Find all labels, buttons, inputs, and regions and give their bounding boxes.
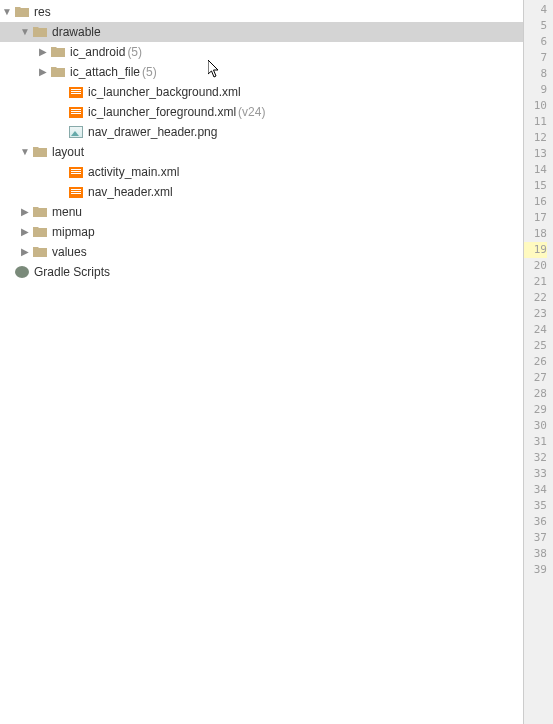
xml-file-icon <box>68 184 84 200</box>
tree-label: nav_header.xml <box>88 182 173 202</box>
gutter-line: 11 <box>524 114 547 130</box>
gutter-line: 37 <box>524 530 547 546</box>
gutter-line: 21 <box>524 274 547 290</box>
gutter-line: 24 <box>524 322 547 338</box>
gutter-line: 5 <box>524 18 547 34</box>
folder-icon <box>32 24 48 40</box>
xml-file-icon <box>68 164 84 180</box>
tree-label: ic_attach_file <box>70 62 140 82</box>
tree-label: activity_main.xml <box>88 162 179 182</box>
tree-row-drawable[interactable]: ▼ drawable <box>0 22 523 42</box>
expand-arrow[interactable]: ▶ <box>36 62 50 82</box>
tree-row-ic-android[interactable]: ▶ ic_android (5) <box>0 42 523 62</box>
gutter-line: 30 <box>524 418 547 434</box>
tree-row-res[interactable]: ▼ res <box>0 2 523 22</box>
gutter-line: 19 <box>524 242 547 258</box>
expand-arrow[interactable]: ▼ <box>18 142 32 162</box>
qualifier-label: (v24) <box>238 102 265 122</box>
gutter-line: 14 <box>524 162 547 178</box>
tree-row-ic-attach-file[interactable]: ▶ ic_attach_file (5) <box>0 62 523 82</box>
gutter-line: 27 <box>524 370 547 386</box>
gutter-line: 25 <box>524 338 547 354</box>
tree-label: drawable <box>52 22 101 42</box>
tree-row-layout[interactable]: ▼ layout <box>0 142 523 162</box>
gutter-line: 13 <box>524 146 547 162</box>
editor-gutter: 4567891011121314151617181920212223242526… <box>523 0 553 724</box>
expand-arrow[interactable]: ▼ <box>18 22 32 42</box>
image-file-icon <box>68 124 84 140</box>
gutter-line: 22 <box>524 290 547 306</box>
gutter-line: 31 <box>524 434 547 450</box>
gutter-line: 33 <box>524 466 547 482</box>
xml-file-icon <box>68 84 84 100</box>
gutter-line: 34 <box>524 482 547 498</box>
tree-label: Gradle Scripts <box>34 262 110 282</box>
tree-row-mipmap[interactable]: ▶ mipmap <box>0 222 523 242</box>
tree-row-values[interactable]: ▶ values <box>0 242 523 262</box>
tree-label: layout <box>52 142 84 162</box>
expand-arrow[interactable]: ▼ <box>0 2 14 22</box>
item-count: (5) <box>127 42 142 62</box>
gutter-line: 15 <box>524 178 547 194</box>
gutter-line: 9 <box>524 82 547 98</box>
tree-label: mipmap <box>52 222 95 242</box>
tree-label: ic_launcher_foreground.xml <box>88 102 236 122</box>
tree-row-menu[interactable]: ▶ menu <box>0 202 523 222</box>
gutter-line: 36 <box>524 514 547 530</box>
tree-row-gradle[interactable]: ▶ Gradle Scripts <box>0 262 523 282</box>
folder-icon <box>50 44 66 60</box>
folder-icon <box>32 244 48 260</box>
folder-icon <box>32 224 48 240</box>
gutter-line: 16 <box>524 194 547 210</box>
folder-icon <box>14 4 30 20</box>
gutter-line: 8 <box>524 66 547 82</box>
xml-file-icon <box>68 104 84 120</box>
tree-label: nav_drawer_header.png <box>88 122 217 142</box>
tree-label: menu <box>52 202 82 222</box>
gutter-line: 26 <box>524 354 547 370</box>
tree-label: values <box>52 242 87 262</box>
gutter-line: 35 <box>524 498 547 514</box>
gutter-line: 6 <box>524 34 547 50</box>
project-tree[interactable]: ▼ res ▼ drawable ▶ ic_android (5) ▶ ic_a… <box>0 0 523 724</box>
gutter-line: 32 <box>524 450 547 466</box>
folder-icon <box>32 204 48 220</box>
tree-row-launcher-bg[interactable]: ▶ ic_launcher_background.xml <box>0 82 523 102</box>
gutter-line: 39 <box>524 562 547 578</box>
gutter-line: 28 <box>524 386 547 402</box>
folder-icon <box>32 144 48 160</box>
gutter-line: 18 <box>524 226 547 242</box>
gutter-line: 17 <box>524 210 547 226</box>
gutter-line: 7 <box>524 50 547 66</box>
tree-row-nav-header[interactable]: ▶ nav_header.xml <box>0 182 523 202</box>
gutter-line: 29 <box>524 402 547 418</box>
gradle-icon <box>14 264 30 280</box>
gutter-line: 10 <box>524 98 547 114</box>
gutter-line: 23 <box>524 306 547 322</box>
expand-arrow[interactable]: ▶ <box>36 42 50 62</box>
expand-arrow[interactable]: ▶ <box>18 222 32 242</box>
expand-arrow[interactable]: ▶ <box>18 202 32 222</box>
tree-row-launcher-fg[interactable]: ▶ ic_launcher_foreground.xml (v24) <box>0 102 523 122</box>
gutter-line: 12 <box>524 130 547 146</box>
tree-label: ic_android <box>70 42 125 62</box>
tree-row-activity-main[interactable]: ▶ activity_main.xml <box>0 162 523 182</box>
expand-arrow[interactable]: ▶ <box>18 242 32 262</box>
gutter-line: 4 <box>524 2 547 18</box>
tree-label: res <box>34 2 51 22</box>
tree-label: ic_launcher_background.xml <box>88 82 241 102</box>
gutter-line: 20 <box>524 258 547 274</box>
gutter-line: 38 <box>524 546 547 562</box>
item-count: (5) <box>142 62 157 82</box>
tree-row-nav-drawer[interactable]: ▶ nav_drawer_header.png <box>0 122 523 142</box>
folder-icon <box>50 64 66 80</box>
